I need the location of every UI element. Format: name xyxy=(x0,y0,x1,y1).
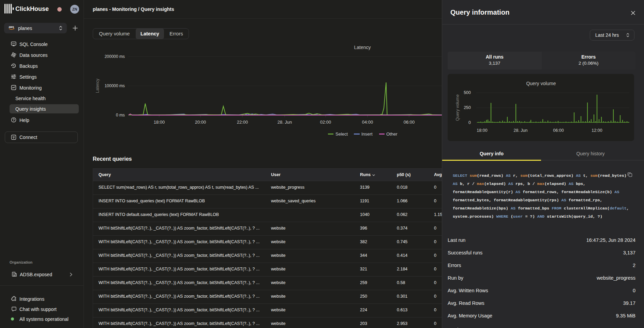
svg-text:20:00: 20:00 xyxy=(195,120,206,125)
svg-text:12:00: 12:00 xyxy=(591,128,602,133)
svg-text:Latency: Latency xyxy=(95,79,100,93)
svg-text:Insert: Insert xyxy=(361,131,373,137)
svg-text:06:00: 06:00 xyxy=(553,128,564,133)
svg-text:0 ms: 0 ms xyxy=(116,113,125,118)
svg-text:02:00: 02:00 xyxy=(320,120,331,125)
svg-text:Select: Select xyxy=(335,131,348,137)
svg-text:Other: Other xyxy=(386,131,398,137)
svg-text:04:00: 04:00 xyxy=(362,120,373,125)
svg-text:18:00: 18:00 xyxy=(154,120,165,125)
svg-text:28. Jun: 28. Jun xyxy=(513,128,527,133)
svg-text:06:00: 06:00 xyxy=(404,120,415,125)
svg-text:Query volume: Query volume xyxy=(455,94,460,121)
svg-text:28. Jun: 28. Jun xyxy=(278,120,292,125)
svg-text:0: 0 xyxy=(468,120,471,125)
svg-text:250: 250 xyxy=(464,105,471,110)
svg-text:200000 ms: 200000 ms xyxy=(105,54,125,59)
svg-text:Query volume: Query volume xyxy=(526,81,556,86)
svg-text:100000 ms: 100000 ms xyxy=(105,83,125,88)
svg-text:18:00: 18:00 xyxy=(477,128,487,133)
svg-text:500: 500 xyxy=(464,90,471,95)
svg-text:22:00: 22:00 xyxy=(237,120,248,125)
svg-text:aws: aws xyxy=(9,26,14,29)
svg-text:Latency: Latency xyxy=(354,45,371,50)
